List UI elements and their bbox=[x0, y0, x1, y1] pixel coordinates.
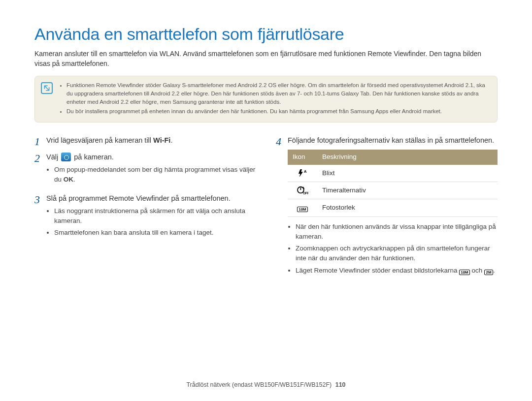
size-icon-10m: 10M bbox=[459, 270, 470, 275]
step-3-sub: Läs noggrant instruktionerna på skärmen … bbox=[46, 206, 256, 238]
b3-pre: Läget Remote Viewfinder stöder endast bi… bbox=[296, 267, 459, 274]
page-number: 110 bbox=[335, 381, 346, 388]
th-desc: Beskrivning bbox=[317, 150, 498, 164]
step-2-sub: Om popup-meddelandet som ber dig hämta p… bbox=[46, 165, 256, 185]
content-columns: 1 Vrid lägesväljaren på kameran till Wi-… bbox=[34, 135, 498, 284]
right-column: 4 Följande fotograferingsalternativ kan … bbox=[276, 135, 498, 284]
step-2-post: på kameran. bbox=[72, 153, 114, 161]
step-1-post: . bbox=[170, 136, 172, 144]
right-note-item: När den här funktionen används är vissa … bbox=[296, 222, 498, 242]
left-column: 1 Vrid lägesväljaren på kameran till Wi-… bbox=[34, 135, 256, 284]
right-notes: När den här funktionen används är vissa … bbox=[288, 222, 498, 276]
cell-label: Blixt bbox=[317, 165, 498, 182]
step-4: 4 Följande fotograferingsalternativ kan … bbox=[276, 135, 498, 280]
step-2: 2 Välj på kameran. Om popup-meddelandet … bbox=[34, 152, 256, 189]
options-table: Ikon Beskrivning A bbox=[288, 150, 498, 216]
step-text: Slå på programmet Remote Viewfinder på s… bbox=[46, 193, 256, 204]
step-3-sub-item: Smarttelefonen kan bara ansluta till en … bbox=[54, 228, 256, 238]
page-footer: Trådlöst nätverk (endast WB150F/WB151F/W… bbox=[0, 381, 532, 388]
table-row: A Blixt bbox=[288, 165, 498, 182]
step-2-sub-text: Om popup-meddelandet som ber dig hämta p… bbox=[54, 166, 255, 183]
table-row: 10M Fotostorlek bbox=[288, 199, 498, 216]
step-1: 1 Vrid lägesväljaren på kameran till Wi-… bbox=[34, 135, 256, 148]
svg-text:A: A bbox=[304, 169, 307, 174]
th-icon: Ikon bbox=[288, 150, 317, 164]
b3-mid: och bbox=[470, 267, 484, 274]
flash-icon: A bbox=[288, 165, 317, 182]
cell-label: Timeralternativ bbox=[317, 182, 498, 199]
page-title: Använda en smarttelefon som fjärrutlösar… bbox=[34, 25, 498, 44]
step-1-pre: Vrid lägesväljaren på kameran till bbox=[46, 136, 153, 144]
step-2-sub-item: Om popup-meddelandet som ber dig hämta p… bbox=[54, 165, 256, 185]
note-box: Funktionen Remote Viewfinder stöder Gala… bbox=[34, 76, 498, 123]
step-number: 2 bbox=[34, 152, 46, 189]
step-number: 4 bbox=[276, 135, 288, 280]
step-3: 3 Slå på programmet Remote Viewfinder på… bbox=[34, 193, 256, 243]
cell-label: Fotostorlek bbox=[317, 199, 498, 216]
ok-label: OK bbox=[64, 176, 73, 183]
timer-icon: OFF bbox=[288, 182, 317, 199]
footer-text: Trådlöst nätverk (endast WB150F/WB151F/W… bbox=[186, 381, 332, 388]
step-number: 1 bbox=[34, 135, 46, 148]
note-list: Funktionen Remote Viewfinder stöder Gala… bbox=[60, 81, 491, 116]
table-row: OFF Timeralternativ bbox=[288, 182, 498, 199]
b3-post: . bbox=[493, 267, 495, 274]
step-text: Följande fotograferingsalternativ kan st… bbox=[288, 135, 498, 146]
note-item: Funktionen Remote Viewfinder stöder Gala… bbox=[66, 81, 491, 107]
intro-paragraph: Kameran ansluter till en smarttelefon vi… bbox=[34, 49, 498, 69]
right-note-item: Zoomknappen och avtryckarknappen på din … bbox=[296, 244, 498, 264]
step-number: 3 bbox=[34, 193, 46, 243]
note-item: Du bör installera programmet på enheten … bbox=[66, 107, 491, 116]
manual-page: Använda en smarttelefon som fjärrutlösar… bbox=[0, 0, 532, 401]
wifi-label: Wi-Fi bbox=[153, 136, 170, 144]
note-icon bbox=[41, 82, 53, 94]
step-text: Vrid lägesväljaren på kameran till Wi-Fi… bbox=[46, 135, 256, 146]
step-text: Välj på kameran. bbox=[46, 152, 256, 163]
step-2-pre: Välj bbox=[46, 153, 60, 161]
step-3-sub-item: Läs noggrant instruktionerna på skärmen … bbox=[54, 206, 256, 226]
svg-text:OFF: OFF bbox=[303, 191, 308, 195]
size-icon-2m: 2M bbox=[484, 270, 493, 275]
photo-size-icon: 10M bbox=[288, 199, 317, 216]
right-note-item: Läget Remote Viewfinder stöder endast bi… bbox=[296, 266, 498, 276]
remote-viewfinder-icon bbox=[61, 153, 71, 161]
